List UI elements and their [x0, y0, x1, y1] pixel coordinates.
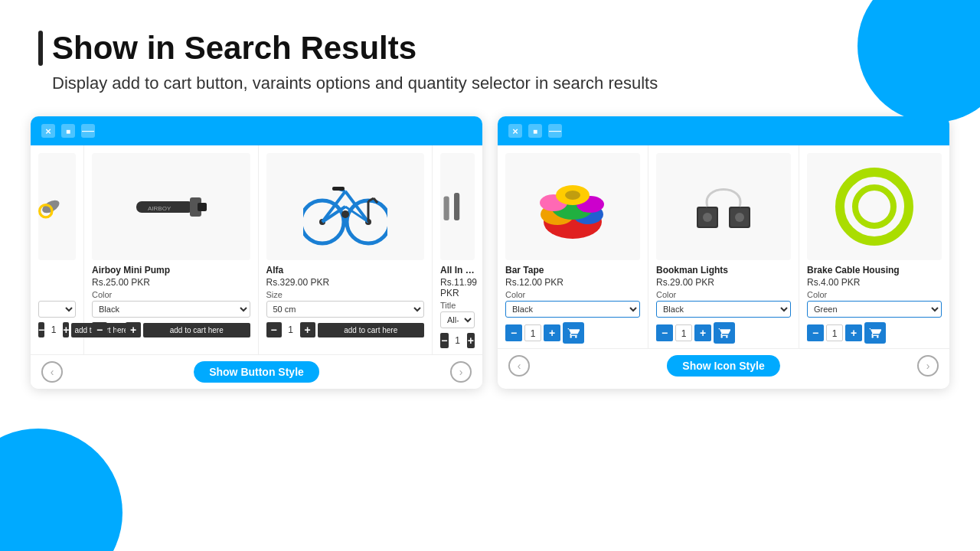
next-arrow-btn[interactable]: ›: [917, 355, 939, 377]
qty-increase-btn[interactable]: +: [845, 324, 862, 341]
cart-icon: [567, 327, 580, 339]
left-close-btn[interactable]: ×: [41, 124, 55, 138]
product-image: [807, 153, 942, 260]
qty-increase-btn[interactable]: +: [544, 324, 560, 341]
show-button-style-badge[interactable]: Show Button Style: [194, 361, 319, 383]
qty-row: − 1 + add to cart here: [38, 322, 76, 337]
list-item: Alfa Rs.329.00 PKR Size 50 cm 54 cm 58 c…: [259, 145, 433, 354]
svg-point-34: [703, 213, 712, 222]
header-section: Show in Search Results Display add to ca…: [0, 0, 980, 109]
prev-arrow-btn[interactable]: ‹: [41, 361, 63, 383]
svg-point-29: [565, 191, 580, 200]
variant-select[interactable]: Black Silver: [92, 301, 250, 318]
left-panel-body: − 1 + add to cart here AIRBOY: [31, 145, 482, 354]
cart-icon: [869, 327, 881, 339]
svg-point-19: [341, 210, 349, 218]
next-arrow-btn[interactable]: ›: [450, 361, 472, 383]
product-price: Rs.12.00 PKR: [505, 277, 640, 288]
product-image: [440, 153, 475, 260]
qty-decrease-btn[interactable]: −: [505, 324, 522, 341]
left-product-grid: − 1 + add to cart here AIRBOY: [31, 145, 482, 354]
prev-arrow-btn[interactable]: ‹: [508, 355, 530, 377]
add-to-cart-btn[interactable]: add to cart here: [318, 323, 425, 337]
qty-value: 1: [675, 324, 692, 341]
variant-label: Title: [440, 301, 475, 310]
right-max-btn[interactable]: ■: [528, 124, 542, 138]
svg-point-37: [855, 187, 893, 226]
product-image: [38, 153, 76, 260]
title-bar-accent: [38, 31, 43, 66]
cable-icon: [832, 165, 916, 249]
product-name: Brake Cable Housing: [807, 265, 942, 276]
qty-row: − 1 +: [807, 322, 942, 344]
svg-point-36: [840, 172, 909, 241]
left-panel-titlebar: × ■ —: [31, 116, 482, 145]
qty-row: − 1 + add to cart here: [266, 322, 425, 337]
qty-decrease-btn[interactable]: −: [266, 322, 282, 337]
qty-increase-btn[interactable]: +: [63, 322, 69, 337]
product-image: AIRBOY: [92, 153, 250, 260]
product-price: Rs.29.00 PKR: [656, 277, 791, 288]
lights-icon: [685, 168, 762, 245]
left-max-btn[interactable]: ■: [61, 124, 75, 138]
left-panel: × ■ —: [31, 116, 482, 389]
product-image: [266, 153, 425, 260]
right-panel-footer: ‹ Show Icon Style ›: [498, 348, 949, 383]
product-price: [38, 277, 76, 288]
product-name: Alfa: [266, 265, 425, 276]
variant-label: Color: [807, 290, 942, 299]
cart-icon: [718, 327, 730, 339]
add-to-cart-icon-btn[interactable]: [864, 322, 886, 344]
list-item: − 1 + add to cart here: [31, 145, 84, 354]
qty-decrease-btn[interactable]: −: [38, 322, 44, 337]
product-name: All In One Track: [440, 265, 475, 276]
show-icon-style-badge[interactable]: Show Icon Style: [667, 355, 779, 377]
list-item: Brake Cable Housing Rs.4.00 PKR Color Gr…: [799, 145, 949, 348]
qty-decrease-btn[interactable]: −: [656, 324, 673, 341]
svg-point-35: [735, 213, 744, 222]
bike-icon: [303, 165, 387, 249]
qty-decrease-btn[interactable]: −: [92, 322, 107, 337]
product-name: [38, 265, 76, 276]
qty-decrease-btn[interactable]: −: [807, 324, 824, 341]
variant-select[interactable]: [38, 301, 76, 318]
product-price: Rs.11.99 PKR: [440, 277, 475, 298]
left-min-btn[interactable]: —: [81, 124, 95, 138]
qty-increase-btn[interactable]: +: [300, 322, 315, 337]
right-product-grid: Bar Tape Rs.12.00 PKR Color Black Red Gr…: [498, 145, 949, 348]
svg-rect-21: [454, 193, 459, 220]
product-price: Rs.329.00 PKR: [266, 277, 425, 288]
qty-decrease-btn[interactable]: −: [440, 333, 449, 348]
product-name: Bar Tape: [505, 265, 640, 276]
title-wrap: Show in Search Results: [38, 31, 942, 66]
add-to-cart-btn[interactable]: add to cart here: [143, 323, 250, 337]
qty-row: − 1 +: [656, 322, 791, 344]
variant-label: Color: [656, 290, 791, 299]
right-panel-body: Bar Tape Rs.12.00 PKR Color Black Red Gr…: [498, 145, 949, 348]
right-panel-titlebar: × ■ —: [498, 116, 949, 145]
list-item: Bookman Lights Rs.29.00 PKR Color Black …: [648, 145, 799, 348]
variant-select[interactable]: Black White: [656, 301, 791, 318]
right-min-btn[interactable]: —: [548, 124, 562, 138]
qty-row: − 1 +: [440, 333, 475, 348]
qty-increase-btn[interactable]: +: [694, 324, 711, 341]
qty-value: 1: [451, 335, 465, 346]
page-subtitle: Display add to cart button, varaints opt…: [38, 73, 942, 93]
qty-value: 1: [826, 324, 843, 341]
svg-rect-15: [332, 187, 345, 191]
right-close-btn[interactable]: ×: [508, 124, 522, 138]
variant-label: Size: [266, 290, 425, 299]
add-to-cart-icon-btn[interactable]: [563, 322, 584, 344]
svg-rect-20: [444, 197, 449, 221]
product-name: Airboy Mini Pump: [92, 265, 250, 276]
add-to-cart-icon-btn[interactable]: [714, 322, 735, 344]
variant-select[interactable]: All-in-one Track: [440, 311, 475, 328]
qty-row: − 1 + add to cart here: [92, 322, 250, 337]
variant-select[interactable]: Green Black Red: [807, 301, 942, 318]
qty-increase-btn[interactable]: +: [467, 333, 475, 348]
qty-value: 1: [284, 324, 298, 335]
qty-increase-btn[interactable]: +: [126, 322, 141, 337]
deco-circle-bottom-left: [0, 429, 122, 551]
variant-select[interactable]: 50 cm 54 cm 58 cm: [266, 301, 425, 318]
variant-select[interactable]: Black Red Green: [505, 301, 640, 318]
